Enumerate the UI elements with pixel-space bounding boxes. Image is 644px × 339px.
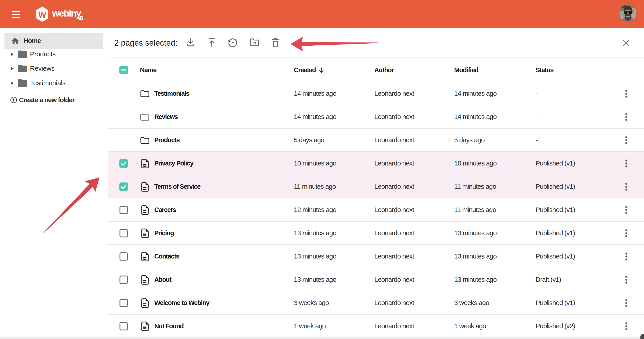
svg-text:w: w xyxy=(38,9,46,20)
